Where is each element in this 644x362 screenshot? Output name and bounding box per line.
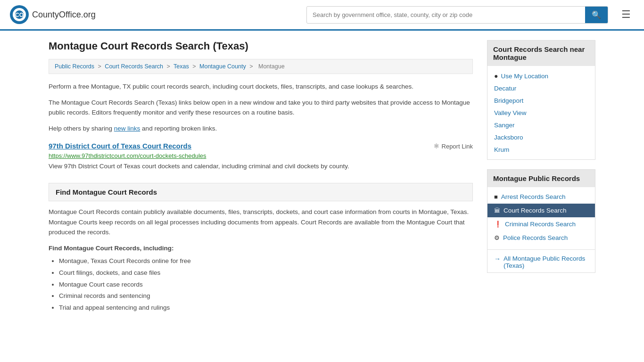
- list-item: Criminal records and sentencing: [59, 291, 473, 301]
- sidebar-police-records[interactable]: ⚙ Police Records Search: [487, 231, 595, 245]
- new-links-link[interactable]: new links: [114, 125, 140, 132]
- breadcrumb-montague: Montague: [258, 63, 285, 70]
- logo-text: CountyOffice.org: [32, 10, 96, 20]
- report-link-label: Report Link: [442, 143, 473, 150]
- report-link-button[interactable]: ⚛ Report Link: [433, 142, 473, 150]
- svg-text:CO: CO: [15, 12, 24, 18]
- police-icon: ⚙: [494, 234, 500, 241]
- location-icon: ●: [494, 72, 498, 80]
- header: CO CountyOffice.org 🔍 ☰: [0, 0, 644, 31]
- list-item: Montague Court case records: [59, 280, 473, 290]
- sidebar-nearby-box: Court Records Search near Montague ● Use…: [487, 40, 595, 160]
- sidebar-nearby-sanger[interactable]: Sanger: [487, 119, 595, 131]
- sidebar-criminal-records[interactable]: ❗ Criminal Records Search: [487, 217, 595, 231]
- hamburger-menu-button[interactable]: ☰: [618, 7, 635, 23]
- report-icon: ⚛: [433, 142, 439, 150]
- sidebar-public-list: ■ Arrest Records Search 🏛 Court Records …: [487, 187, 595, 247]
- find-list: Montague, Texas Court Records online for…: [49, 256, 473, 313]
- breadcrumb: Public Records > Court Records Search > …: [49, 59, 473, 74]
- court-icon: 🏛: [494, 207, 500, 214]
- content-wrapper: Montague Court Records Search (Texas) Pu…: [39, 31, 605, 323]
- intro-p2: The Montague Court Records Search (Texas…: [49, 98, 473, 118]
- sidebar-nearby-list: ● Use My Location Decatur Bridgeport Val…: [487, 66, 595, 159]
- logo-suffix: .org: [81, 10, 96, 19]
- sidebar-nearby-title: Court Records Search near Montague: [487, 41, 595, 66]
- breadcrumb-public-records[interactable]: Public Records: [55, 63, 94, 70]
- all-records-link-wrapper: → All Montague Public Records (Texas): [487, 252, 595, 272]
- sidebar-nearby-krum[interactable]: Krum: [487, 143, 595, 156]
- use-my-location-label: Use My Location: [501, 73, 548, 80]
- list-item: Court filings, dockets, and case files: [59, 268, 473, 278]
- breadcrumb-texas[interactable]: Texas: [173, 63, 189, 70]
- record-link-title[interactable]: 97th District Court of Texas Court Recor…: [49, 142, 191, 150]
- criminal-icon: ❗: [494, 221, 502, 228]
- logo[interactable]: CO CountyOffice.org: [9, 5, 96, 25]
- record-link-block: 97th District Court of Texas Court Recor…: [49, 142, 473, 172]
- sidebar-nearby-valley-view[interactable]: Valley View: [487, 107, 595, 119]
- record-link-url[interactable]: https://www.97thdistrictcourt.com/court-…: [49, 152, 473, 159]
- record-link-desc: View 97th District Court of Texas court …: [49, 161, 473, 172]
- logo-icon: CO: [9, 5, 29, 25]
- sidebar-court-records[interactable]: 🏛 Court Records Search: [487, 204, 595, 217]
- use-my-location-link[interactable]: ● Use My Location: [494, 72, 588, 80]
- sidebar-nearby-decatur[interactable]: Decatur: [487, 82, 595, 94]
- sidebar-nearby-jacksboro[interactable]: Jacksboro: [487, 131, 595, 143]
- intro-p3: Help others by sharing new links and rep…: [49, 123, 473, 134]
- arrow-icon: →: [494, 255, 501, 263]
- logo-main: CountyOffice: [32, 10, 81, 19]
- search-bar: 🔍: [306, 6, 608, 24]
- sidebar-public-box: Montague Public Records ■ Arrest Records…: [487, 169, 595, 273]
- breadcrumb-court-records-search[interactable]: Court Records Search: [105, 63, 163, 70]
- breadcrumb-montague-county[interactable]: Montague County: [199, 63, 246, 70]
- list-item: Montague, Texas Court Records online for…: [59, 256, 473, 266]
- divider: [487, 249, 595, 250]
- sidebar-nearby-bridgeport[interactable]: Bridgeport: [487, 94, 595, 107]
- sidebar-arrest-records[interactable]: ■ Arrest Records Search: [487, 190, 595, 204]
- page-title: Montague Court Records Search (Texas): [49, 40, 473, 52]
- find-body-text: Montague Court Records contain publicly …: [49, 207, 473, 238]
- search-input[interactable]: [307, 8, 585, 22]
- find-section: Find Montague Court Records: [49, 183, 473, 201]
- all-montague-records-link[interactable]: All Montague Public Records (Texas): [504, 255, 588, 269]
- list-item: Trial and appeal sentencing and rulings: [59, 303, 473, 313]
- search-icon: 🔍: [592, 11, 601, 19]
- main-content: Montague Court Records Search (Texas) Pu…: [49, 40, 473, 314]
- arrest-records-link[interactable]: Arrest Records Search: [501, 193, 566, 200]
- sidebar-use-my-location[interactable]: ● Use My Location: [487, 70, 595, 82]
- arrest-icon: ■: [494, 193, 498, 200]
- find-subtitle: Find Montague Court Records, including:: [49, 243, 473, 254]
- intro-p1: Perform a free Montague, TX public court…: [49, 82, 473, 92]
- police-records-link[interactable]: Police Records Search: [503, 234, 568, 241]
- criminal-records-link[interactable]: Criminal Records Search: [505, 221, 576, 228]
- court-records-link[interactable]: Court Records Search: [504, 207, 567, 214]
- find-section-title: Find Montague Court Records: [56, 188, 466, 196]
- search-button[interactable]: 🔍: [585, 7, 608, 23]
- sidebar: Court Records Search near Montague ● Use…: [487, 40, 595, 314]
- sidebar-public-records-title: Montague Public Records: [487, 170, 595, 187]
- hamburger-icon: ☰: [621, 8, 631, 20]
- find-section-body: Montague Court Records contain publicly …: [49, 201, 473, 313]
